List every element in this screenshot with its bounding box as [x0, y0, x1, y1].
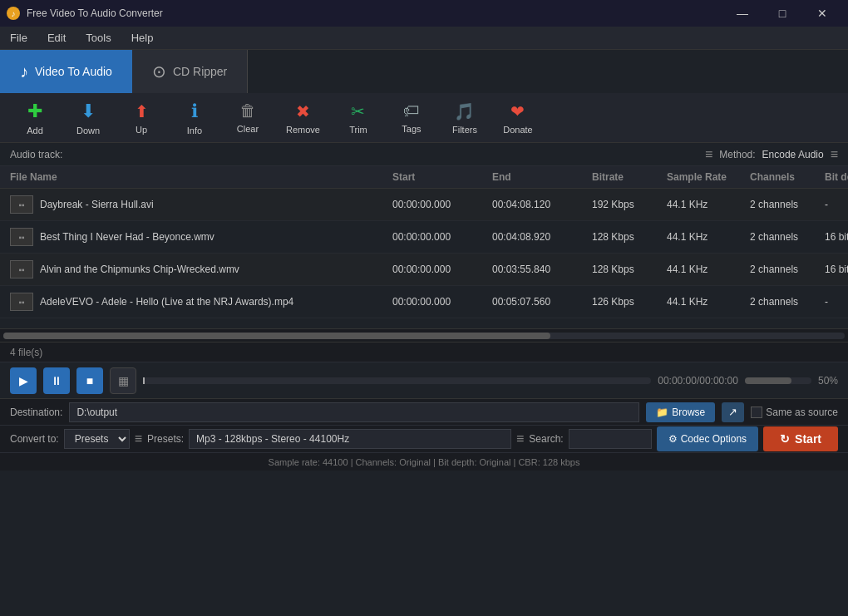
codec-options-button[interactable]: ⚙ Codec Options: [657, 426, 758, 451]
file-samplerate: 44.1 KHz: [667, 199, 750, 210]
menu-file[interactable]: File: [7, 30, 31, 46]
remove-button[interactable]: ✖ Remove: [276, 96, 330, 140]
file-name: Best Thing I Never Had - Beyonce.wmv: [40, 231, 214, 243]
table-row[interactable]: ▪▪ Alvin and the Chipmunks Chip-Wrecked.…: [0, 254, 848, 286]
presets-value-input[interactable]: [189, 429, 511, 449]
same-source-checkbox[interactable]: [751, 407, 762, 418]
col-end: End: [492, 171, 592, 183]
col-samplerate: Sample Rate: [667, 171, 750, 183]
same-as-source-option[interactable]: Same as source: [751, 407, 838, 418]
destination-label: Destination:: [10, 407, 62, 418]
destination-row: Destination: 📁 Browse ↗ Same as source: [0, 399, 848, 426]
destination-path[interactable]: [69, 402, 639, 422]
start-label: Start: [795, 432, 821, 446]
file-start: 00:00:00.000: [392, 264, 492, 275]
file-samplerate: 44.1 KHz: [667, 231, 750, 243]
bottom-right-buttons: ⚙ Codec Options ↻ Start: [657, 426, 838, 451]
start-button[interactable]: ↻ Start: [763, 426, 838, 451]
info-bar: Sample rate: 44100 | Channels: Original …: [0, 452, 848, 471]
clear-button[interactable]: 🗑 Clear: [223, 96, 273, 139]
up-label: Up: [136, 125, 147, 135]
file-bitrate: 128 Kbps: [592, 264, 667, 275]
close-button[interactable]: ✕: [803, 0, 841, 27]
trim-button[interactable]: ✂ Trim: [333, 96, 383, 140]
browse-button[interactable]: 📁 Browse: [646, 402, 715, 422]
down-button[interactable]: ⬇ Down: [63, 96, 113, 140]
file-name: AdeleVEVO - Adele - Hello (Live at the N…: [40, 296, 293, 308]
file-channels: 2 channels: [750, 296, 825, 308]
file-name-cell: ▪▪ AdeleVEVO - Adele - Hello (Live at th…: [10, 293, 392, 311]
title-bar: ♪ Free Video To Audio Converter — □ ✕: [0, 0, 848, 27]
pause-button[interactable]: ⏸: [43, 367, 70, 394]
info-text: Sample rate: 44100 | Channels: Original …: [269, 457, 580, 467]
volume-fill: [745, 377, 791, 384]
browse-icon: 📁: [656, 407, 668, 418]
waveform-button[interactable]: ▦: [110, 367, 136, 394]
file-bitrate: 192 Kbps: [592, 199, 667, 210]
file-name-cell: ▪▪ Alvin and the Chipmunks Chip-Wrecked.…: [10, 260, 392, 278]
menu-edit[interactable]: Edit: [44, 30, 69, 46]
progress-track[interactable]: [143, 377, 651, 384]
add-button[interactable]: ✚ Add: [10, 96, 60, 140]
tags-button[interactable]: 🏷 Tags: [387, 96, 436, 139]
play-button[interactable]: ▶: [10, 367, 37, 394]
presets-dropdown[interactable]: Presets: [64, 429, 130, 449]
file-list-header: File Name Start End Bitrate Sample Rate …: [0, 166, 848, 189]
tab-video-to-audio[interactable]: ♪ Video To Audio: [0, 50, 132, 93]
clear-label: Clear: [237, 124, 259, 134]
table-row[interactable]: ▪▪ AdeleVEVO - Adele - Hello (Live at th…: [0, 286, 848, 318]
app-icon: ♪: [7, 7, 20, 20]
method-menu-icon[interactable]: ≡: [831, 147, 838, 162]
track-bar-right: ≡ Method: Encode Audio ≡: [705, 147, 838, 162]
presets-value-menu-icon[interactable]: ≡: [516, 431, 524, 446]
file-bitrate: 126 Kbps: [592, 296, 667, 308]
maximize-button[interactable]: □: [763, 0, 801, 27]
add-icon: ✚: [27, 101, 42, 122]
file-bitrate: 128 Kbps: [592, 231, 667, 243]
filters-button[interactable]: 🎵 Filters: [440, 96, 490, 140]
scroll-thumb[interactable]: [3, 333, 550, 339]
col-filename: File Name: [10, 171, 392, 183]
search-input[interactable]: [569, 429, 652, 449]
menu-help[interactable]: Help: [128, 30, 157, 46]
track-bar: Audio track: ≡ Method: Encode Audio ≡: [0, 143, 848, 166]
scroll-track[interactable]: [3, 333, 845, 339]
remove-label: Remove: [286, 125, 320, 135]
file-channels: 2 channels: [750, 199, 825, 210]
presets-menu-icon[interactable]: ≡: [135, 431, 142, 446]
file-end: 00:04:08.120: [492, 199, 592, 210]
file-name-cell: ▪▪ Best Thing I Never Had - Beyonce.wmv: [10, 228, 392, 246]
minimize-button[interactable]: —: [723, 0, 762, 27]
volume-track[interactable]: [745, 377, 811, 384]
start-icon: ↻: [780, 432, 790, 446]
file-start: 00:00:00.000: [392, 296, 492, 308]
up-button[interactable]: ⬆ Up: [116, 96, 166, 140]
clear-icon: 🗑: [239, 101, 256, 121]
info-button[interactable]: ℹ Info: [170, 96, 219, 140]
table-row[interactable]: ▪▪ Daybreak - Sierra Hull.avi 00:00:00.0…: [0, 189, 848, 221]
info-label: Info: [187, 126, 202, 136]
file-bitdepth: 16 bit: [825, 264, 848, 275]
track-menu-icon[interactable]: ≡: [705, 147, 712, 162]
folder-arrow-button[interactable]: ↗: [722, 402, 744, 422]
file-name: Alvin and the Chipmunks Chip-Wrecked.wmv: [40, 264, 239, 275]
method-value: Encode Audio: [762, 149, 824, 160]
music-note-icon: ♪: [20, 62, 28, 81]
donate-button[interactable]: ❤ Donate: [493, 96, 543, 140]
file-bitdepth: 16 bit: [825, 231, 848, 243]
method-label: Method:: [719, 149, 755, 160]
file-start: 00:00:00.000: [392, 231, 492, 243]
col-channels: Channels: [750, 171, 825, 183]
tab-cd-ripper[interactable]: ⊙ CD Ripper: [132, 50, 248, 93]
add-label: Add: [27, 126, 43, 136]
title-bar-controls: — □ ✕: [723, 0, 841, 27]
table-row[interactable]: ▪▪ Best Thing I Never Had - Beyonce.wmv …: [0, 221, 848, 254]
menu-tools[interactable]: Tools: [82, 30, 114, 46]
file-channels: 2 channels: [750, 264, 825, 275]
horizontal-scrollbar[interactable]: [0, 328, 848, 342]
info-icon: ℹ: [191, 101, 198, 122]
film-icon: ▪▪: [10, 293, 33, 311]
down-label: Down: [76, 126, 100, 136]
stop-button[interactable]: ■: [76, 367, 103, 394]
codec-label: Codec Options: [681, 433, 747, 445]
